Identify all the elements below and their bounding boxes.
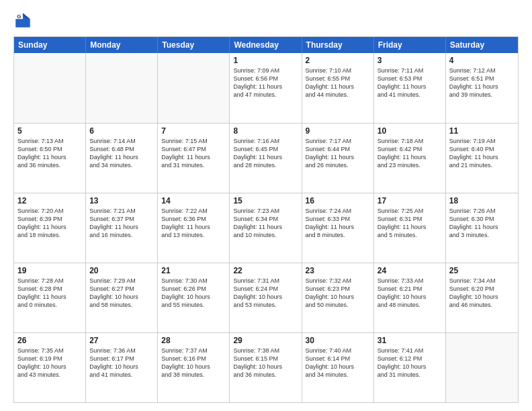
day-num: 30: [306, 336, 370, 345]
day-num: 15: [233, 196, 298, 205]
cal-cell-0-4: 2Sunrise: 7:10 AM Sunset: 6:55 PM Daylig…: [302, 53, 374, 123]
cal-cell-4-3: 29Sunrise: 7:38 AM Sunset: 6:15 PM Dayli…: [230, 333, 302, 402]
day-num: 31: [378, 336, 442, 345]
day-num: 2: [306, 56, 370, 65]
cal-row-1: 5Sunrise: 7:13 AM Sunset: 6:50 PM Daylig…: [14, 123, 518, 193]
day-info: Sunrise: 7:35 AM Sunset: 6:19 PM Dayligh…: [17, 347, 82, 379]
day-num: 9: [306, 126, 370, 136]
day-num: 29: [233, 336, 298, 345]
day-num: 24: [378, 266, 442, 275]
cal-cell-3-5: 24Sunrise: 7:33 AM Sunset: 6:21 PM Dayli…: [374, 263, 446, 332]
day-num: 27: [89, 336, 154, 345]
day-info: Sunrise: 7:25 AM Sunset: 6:31 PM Dayligh…: [378, 207, 442, 240]
cal-cell-1-0: 5Sunrise: 7:13 AM Sunset: 6:50 PM Daylig…: [14, 124, 86, 193]
day-info: Sunrise: 7:24 AM Sunset: 6:33 PM Dayligh…: [306, 207, 370, 240]
day-info: Sunrise: 7:17 AM Sunset: 6:44 PM Dayligh…: [306, 137, 370, 170]
calendar-header: SundayMondayTuesdayWednesdayThursdayFrid…: [14, 37, 518, 53]
cal-header-cell-friday: Friday: [374, 37, 446, 53]
day-num: 25: [449, 266, 515, 275]
cal-row-3: 19Sunrise: 7:28 AM Sunset: 6:28 PM Dayli…: [14, 263, 518, 332]
cal-cell-3-1: 20Sunrise: 7:29 AM Sunset: 6:27 PM Dayli…: [86, 263, 158, 332]
page: G SundayMondayTuesdayWednesdayThursdayFr…: [0, 0, 532, 411]
cal-cell-1-3: 8Sunrise: 7:16 AM Sunset: 6:45 PM Daylig…: [230, 124, 302, 193]
day-num: 26: [17, 336, 82, 345]
cal-row-0: 1Sunrise: 7:09 AM Sunset: 6:56 PM Daylig…: [14, 53, 518, 123]
day-info: Sunrise: 7:13 AM Sunset: 6:50 PM Dayligh…: [17, 137, 82, 170]
cal-cell-1-6: 11Sunrise: 7:19 AM Sunset: 6:40 PM Dayli…: [446, 124, 518, 193]
day-info: Sunrise: 7:29 AM Sunset: 6:27 PM Dayligh…: [89, 277, 154, 310]
day-num: 10: [378, 126, 442, 136]
day-num: 22: [233, 266, 298, 275]
cal-cell-4-6: [446, 333, 518, 402]
cal-cell-2-4: 16Sunrise: 7:24 AM Sunset: 6:33 PM Dayli…: [302, 193, 374, 263]
cal-header-cell-sunday: Sunday: [14, 37, 86, 53]
cal-cell-3-2: 21Sunrise: 7:30 AM Sunset: 6:26 PM Dayli…: [158, 263, 230, 332]
day-num: 1: [233, 56, 298, 65]
day-num: 18: [449, 196, 515, 205]
day-num: 6: [89, 126, 154, 136]
cal-cell-0-6: 4Sunrise: 7:12 AM Sunset: 6:51 PM Daylig…: [446, 53, 518, 123]
cal-row-2: 12Sunrise: 7:20 AM Sunset: 6:39 PM Dayli…: [14, 193, 518, 263]
cal-cell-4-1: 27Sunrise: 7:36 AM Sunset: 6:17 PM Dayli…: [86, 333, 158, 402]
cal-cell-0-1: [86, 53, 158, 123]
day-num: 19: [17, 266, 82, 275]
day-info: Sunrise: 7:21 AM Sunset: 6:37 PM Dayligh…: [89, 207, 154, 240]
cal-header-cell-wednesday: Wednesday: [230, 37, 302, 53]
cal-header-cell-saturday: Saturday: [446, 37, 518, 53]
cal-cell-4-2: 28Sunrise: 7:37 AM Sunset: 6:16 PM Dayli…: [158, 333, 230, 402]
cal-cell-1-5: 10Sunrise: 7:18 AM Sunset: 6:42 PM Dayli…: [374, 124, 446, 193]
day-num: 11: [449, 126, 515, 136]
cal-cell-4-0: 26Sunrise: 7:35 AM Sunset: 6:19 PM Dayli…: [14, 333, 86, 402]
day-num: 14: [161, 196, 226, 205]
logo-icon: G: [13, 11, 32, 30]
cal-header-cell-monday: Monday: [86, 37, 158, 53]
cal-row-4: 26Sunrise: 7:35 AM Sunset: 6:19 PM Dayli…: [14, 332, 518, 402]
cal-cell-2-2: 14Sunrise: 7:22 AM Sunset: 6:36 PM Dayli…: [158, 193, 230, 263]
day-info: Sunrise: 7:22 AM Sunset: 6:36 PM Dayligh…: [161, 207, 226, 240]
cal-header-cell-tuesday: Tuesday: [158, 37, 230, 53]
cal-header-cell-thursday: Thursday: [302, 37, 374, 53]
cal-cell-3-4: 23Sunrise: 7:32 AM Sunset: 6:23 PM Dayli…: [302, 263, 374, 332]
day-info: Sunrise: 7:41 AM Sunset: 6:12 PM Dayligh…: [378, 347, 442, 379]
day-num: 8: [233, 126, 298, 136]
day-info: Sunrise: 7:33 AM Sunset: 6:21 PM Dayligh…: [378, 277, 442, 310]
day-info: Sunrise: 7:10 AM Sunset: 6:55 PM Dayligh…: [306, 66, 370, 99]
cal-cell-3-3: 22Sunrise: 7:31 AM Sunset: 6:24 PM Dayli…: [230, 263, 302, 332]
day-info: Sunrise: 7:28 AM Sunset: 6:28 PM Dayligh…: [17, 277, 82, 310]
cal-cell-1-4: 9Sunrise: 7:17 AM Sunset: 6:44 PM Daylig…: [302, 124, 374, 193]
cal-cell-0-0: [14, 53, 86, 123]
header: G: [13, 11, 519, 30]
cal-cell-0-5: 3Sunrise: 7:11 AM Sunset: 6:53 PM Daylig…: [374, 53, 446, 123]
day-info: Sunrise: 7:20 AM Sunset: 6:39 PM Dayligh…: [17, 207, 82, 240]
day-info: Sunrise: 7:18 AM Sunset: 6:42 PM Dayligh…: [378, 137, 442, 170]
day-num: 28: [161, 336, 226, 345]
day-num: 20: [89, 266, 154, 275]
day-info: Sunrise: 7:30 AM Sunset: 6:26 PM Dayligh…: [161, 277, 226, 310]
day-num: 3: [378, 56, 442, 65]
day-num: 4: [449, 56, 515, 65]
day-info: Sunrise: 7:23 AM Sunset: 6:34 PM Dayligh…: [233, 207, 298, 240]
day-num: 5: [17, 126, 82, 136]
day-num: 12: [17, 196, 82, 205]
cal-cell-2-0: 12Sunrise: 7:20 AM Sunset: 6:39 PM Dayli…: [14, 193, 86, 263]
svg-rect-2: [16, 19, 30, 27]
day-num: 13: [89, 196, 154, 205]
day-info: Sunrise: 7:40 AM Sunset: 6:14 PM Dayligh…: [306, 347, 370, 379]
calendar: SundayMondayTuesdayWednesdayThursdayFrid…: [13, 36, 519, 403]
day-info: Sunrise: 7:32 AM Sunset: 6:23 PM Dayligh…: [306, 277, 370, 310]
day-info: Sunrise: 7:36 AM Sunset: 6:17 PM Dayligh…: [89, 347, 154, 379]
cal-cell-3-6: 25Sunrise: 7:34 AM Sunset: 6:20 PM Dayli…: [446, 263, 518, 332]
cal-cell-0-3: 1Sunrise: 7:09 AM Sunset: 6:56 PM Daylig…: [230, 53, 302, 123]
day-info: Sunrise: 7:12 AM Sunset: 6:51 PM Dayligh…: [449, 66, 515, 99]
day-num: 16: [306, 196, 370, 205]
day-info: Sunrise: 7:31 AM Sunset: 6:24 PM Dayligh…: [233, 277, 298, 310]
svg-text:G: G: [17, 13, 21, 19]
day-num: 23: [306, 266, 370, 275]
day-info: Sunrise: 7:09 AM Sunset: 6:56 PM Dayligh…: [233, 66, 298, 99]
cal-cell-0-2: [158, 53, 230, 123]
day-info: Sunrise: 7:14 AM Sunset: 6:48 PM Dayligh…: [89, 137, 154, 170]
cal-cell-3-0: 19Sunrise: 7:28 AM Sunset: 6:28 PM Dayli…: [14, 263, 86, 332]
day-info: Sunrise: 7:11 AM Sunset: 6:53 PM Dayligh…: [378, 66, 442, 99]
calendar-body: 1Sunrise: 7:09 AM Sunset: 6:56 PM Daylig…: [14, 53, 518, 402]
cal-cell-1-2: 7Sunrise: 7:15 AM Sunset: 6:47 PM Daylig…: [158, 124, 230, 193]
